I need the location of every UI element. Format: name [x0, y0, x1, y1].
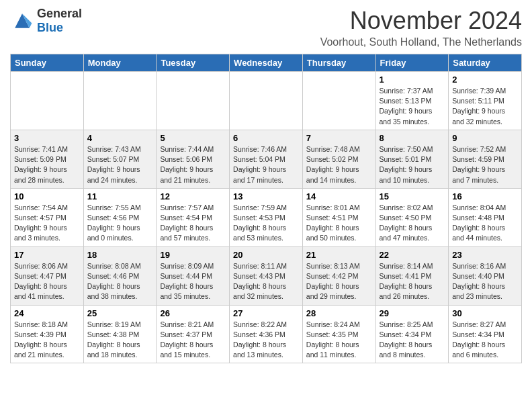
week-row-1: 1Sunrise: 7:37 AM Sunset: 5:13 PM Daylig…: [11, 72, 522, 130]
header-row: SundayMondayTuesdayWednesdayThursdayFrid…: [11, 54, 522, 72]
day-cell: 19Sunrise: 8:09 AM Sunset: 4:44 PM Dayli…: [157, 246, 230, 305]
day-detail: Sunrise: 8:22 AM Sunset: 4:36 PM Dayligh…: [233, 320, 299, 361]
day-number: 16: [452, 191, 518, 201]
col-header-monday: Monday: [83, 54, 157, 72]
day-number: 2: [452, 75, 518, 85]
day-number: 4: [87, 133, 153, 143]
day-cell: 7Sunrise: 7:48 AM Sunset: 5:02 PM Daylig…: [302, 130, 375, 188]
day-detail: Sunrise: 8:04 AM Sunset: 4:48 PM Dayligh…: [452, 203, 518, 244]
day-number: 25: [87, 308, 153, 318]
day-cell: 18Sunrise: 8:08 AM Sunset: 4:46 PM Dayli…: [83, 246, 157, 305]
day-detail: Sunrise: 7:46 AM Sunset: 5:04 PM Dayligh…: [233, 144, 299, 185]
day-detail: Sunrise: 7:50 AM Sunset: 5:01 PM Dayligh…: [380, 144, 445, 185]
day-cell: 12Sunrise: 7:57 AM Sunset: 4:54 PM Dayli…: [157, 188, 230, 246]
day-cell: 4Sunrise: 7:43 AM Sunset: 5:07 PM Daylig…: [83, 130, 157, 188]
day-cell: [230, 72, 303, 130]
day-number: 29: [380, 308, 445, 318]
day-detail: Sunrise: 8:06 AM Sunset: 4:47 PM Dayligh…: [14, 261, 80, 302]
day-number: 9: [452, 133, 518, 143]
day-detail: Sunrise: 8:19 AM Sunset: 4:38 PM Dayligh…: [87, 320, 153, 361]
day-number: 5: [160, 133, 226, 143]
day-detail: Sunrise: 8:27 AM Sunset: 4:34 PM Dayligh…: [452, 320, 518, 361]
day-cell: 28Sunrise: 8:24 AM Sunset: 4:35 PM Dayli…: [302, 305, 375, 363]
day-number: 24: [14, 308, 80, 318]
header: General Blue November 2024 Voorhout, Sou…: [10, 7, 522, 48]
col-header-thursday: Thursday: [302, 54, 375, 72]
title-area: November 2024 Voorhout, South Holland, T…: [320, 7, 522, 48]
day-detail: Sunrise: 7:55 AM Sunset: 4:56 PM Dayligh…: [87, 203, 153, 244]
day-number: 14: [306, 191, 372, 201]
day-cell: 14Sunrise: 8:01 AM Sunset: 4:51 PM Dayli…: [302, 188, 375, 246]
day-detail: Sunrise: 8:08 AM Sunset: 4:46 PM Dayligh…: [87, 261, 153, 302]
day-cell: 17Sunrise: 8:06 AM Sunset: 4:47 PM Dayli…: [11, 246, 84, 305]
logo-blue-text: Blue: [37, 21, 82, 35]
day-cell: 15Sunrise: 8:02 AM Sunset: 4:50 PM Dayli…: [375, 188, 449, 246]
day-number: 7: [306, 133, 372, 143]
day-cell: [157, 72, 230, 130]
page-container: General Blue November 2024 Voorhout, Sou…: [0, 0, 532, 370]
week-row-5: 24Sunrise: 8:18 AM Sunset: 4:39 PM Dayli…: [11, 305, 522, 363]
day-detail: Sunrise: 8:16 AM Sunset: 4:40 PM Dayligh…: [452, 261, 518, 302]
day-number: 15: [380, 191, 445, 201]
day-cell: 8Sunrise: 7:50 AM Sunset: 5:01 PM Daylig…: [375, 130, 449, 188]
day-number: 10: [14, 191, 80, 201]
day-cell: 22Sunrise: 8:14 AM Sunset: 4:41 PM Dayli…: [375, 246, 449, 305]
day-detail: Sunrise: 8:11 AM Sunset: 4:43 PM Dayligh…: [233, 261, 299, 302]
logo-text: General Blue: [37, 7, 82, 35]
day-detail: Sunrise: 8:14 AM Sunset: 4:41 PM Dayligh…: [380, 261, 445, 302]
day-detail: Sunrise: 7:54 AM Sunset: 4:57 PM Dayligh…: [14, 203, 80, 244]
day-detail: Sunrise: 7:41 AM Sunset: 5:09 PM Dayligh…: [14, 144, 80, 185]
day-cell: 29Sunrise: 8:25 AM Sunset: 4:34 PM Dayli…: [375, 305, 449, 363]
day-detail: Sunrise: 8:01 AM Sunset: 4:51 PM Dayligh…: [306, 203, 372, 244]
day-number: 3: [14, 133, 80, 143]
day-cell: [11, 72, 84, 130]
day-number: 23: [452, 250, 518, 260]
day-cell: 9Sunrise: 7:52 AM Sunset: 4:59 PM Daylig…: [449, 130, 522, 188]
logo: General Blue: [10, 7, 82, 35]
day-cell: 16Sunrise: 8:04 AM Sunset: 4:48 PM Dayli…: [449, 188, 522, 246]
day-cell: 30Sunrise: 8:27 AM Sunset: 4:34 PM Dayli…: [449, 305, 522, 363]
day-number: 22: [380, 250, 445, 260]
day-cell: 23Sunrise: 8:16 AM Sunset: 4:40 PM Dayli…: [449, 246, 522, 305]
day-number: 26: [160, 308, 226, 318]
day-number: 1: [380, 75, 445, 85]
day-number: 18: [87, 250, 153, 260]
day-detail: Sunrise: 8:02 AM Sunset: 4:50 PM Dayligh…: [380, 203, 445, 244]
day-cell: 3Sunrise: 7:41 AM Sunset: 5:09 PM Daylig…: [11, 130, 84, 188]
week-row-4: 17Sunrise: 8:06 AM Sunset: 4:47 PM Dayli…: [11, 246, 522, 305]
day-number: 12: [160, 191, 226, 201]
day-cell: 25Sunrise: 8:19 AM Sunset: 4:38 PM Dayli…: [83, 305, 157, 363]
day-number: 20: [233, 250, 299, 260]
day-cell: 20Sunrise: 8:11 AM Sunset: 4:43 PM Dayli…: [230, 246, 303, 305]
day-cell: 5Sunrise: 7:44 AM Sunset: 5:06 PM Daylig…: [157, 130, 230, 188]
day-cell: 21Sunrise: 8:13 AM Sunset: 4:42 PM Dayli…: [302, 246, 375, 305]
day-detail: Sunrise: 8:21 AM Sunset: 4:37 PM Dayligh…: [160, 320, 226, 361]
day-number: 8: [380, 133, 445, 143]
month-title: November 2024: [320, 7, 522, 35]
day-detail: Sunrise: 8:24 AM Sunset: 4:35 PM Dayligh…: [306, 320, 372, 361]
day-detail: Sunrise: 8:13 AM Sunset: 4:42 PM Dayligh…: [306, 261, 372, 302]
logo-icon: [10, 9, 34, 33]
day-detail: Sunrise: 7:37 AM Sunset: 5:13 PM Dayligh…: [380, 86, 445, 127]
col-header-wednesday: Wednesday: [230, 54, 303, 72]
col-header-sunday: Sunday: [11, 54, 84, 72]
day-cell: 24Sunrise: 8:18 AM Sunset: 4:39 PM Dayli…: [11, 305, 84, 363]
day-detail: Sunrise: 7:43 AM Sunset: 5:07 PM Dayligh…: [87, 144, 153, 185]
day-detail: Sunrise: 7:48 AM Sunset: 5:02 PM Dayligh…: [306, 144, 372, 185]
day-cell: [302, 72, 375, 130]
col-header-tuesday: Tuesday: [157, 54, 230, 72]
day-detail: Sunrise: 7:39 AM Sunset: 5:11 PM Dayligh…: [452, 86, 518, 127]
calendar-table: SundayMondayTuesdayWednesdayThursdayFrid…: [10, 54, 522, 363]
col-header-friday: Friday: [375, 54, 449, 72]
week-row-2: 3Sunrise: 7:41 AM Sunset: 5:09 PM Daylig…: [11, 130, 522, 188]
col-header-saturday: Saturday: [449, 54, 522, 72]
day-number: 21: [306, 250, 372, 260]
day-number: 30: [452, 308, 518, 318]
day-cell: [83, 72, 157, 130]
day-cell: 11Sunrise: 7:55 AM Sunset: 4:56 PM Dayli…: [83, 188, 157, 246]
day-detail: Sunrise: 8:18 AM Sunset: 4:39 PM Dayligh…: [14, 320, 80, 361]
day-number: 13: [233, 191, 299, 201]
location-text: Voorhout, South Holland, The Netherlands: [320, 36, 522, 48]
logo-general-text: General: [37, 7, 82, 21]
day-number: 6: [233, 133, 299, 143]
